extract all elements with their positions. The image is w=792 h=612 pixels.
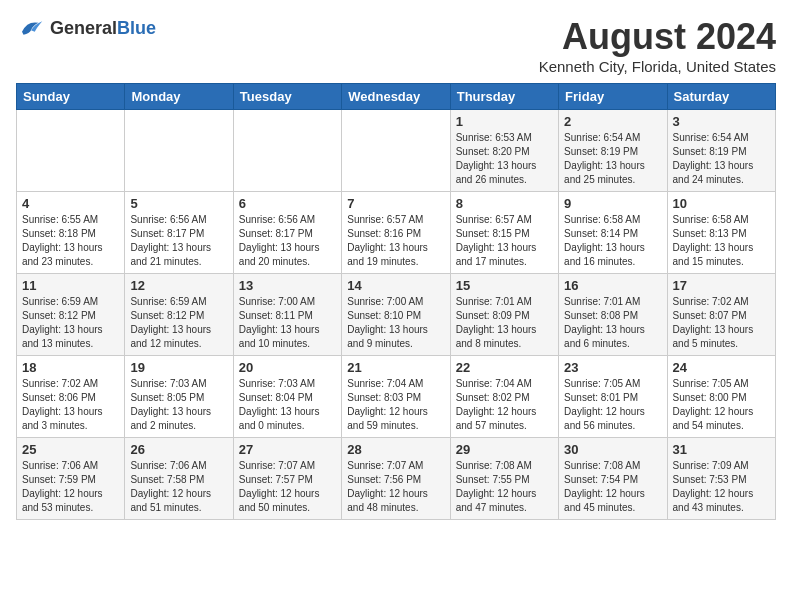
day-info: Sunrise: 7:00 AMSunset: 8:10 PMDaylight:…: [347, 295, 444, 351]
calendar-cell: 5Sunrise: 6:56 AMSunset: 8:17 PMDaylight…: [125, 192, 233, 274]
day-number: 11: [22, 278, 119, 293]
calendar-cell: [125, 110, 233, 192]
calendar-cell: 8Sunrise: 6:57 AMSunset: 8:15 PMDaylight…: [450, 192, 558, 274]
logo-blue: Blue: [117, 18, 156, 38]
day-number: 10: [673, 196, 770, 211]
day-number: 27: [239, 442, 336, 457]
calendar-cell: 9Sunrise: 6:58 AMSunset: 8:14 PMDaylight…: [559, 192, 667, 274]
logo-general: General: [50, 18, 117, 38]
calendar-cell: 12Sunrise: 6:59 AMSunset: 8:12 PMDayligh…: [125, 274, 233, 356]
day-number: 1: [456, 114, 553, 129]
day-number: 17: [673, 278, 770, 293]
calendar-cell: 18Sunrise: 7:02 AMSunset: 8:06 PMDayligh…: [17, 356, 125, 438]
day-number: 30: [564, 442, 661, 457]
day-number: 15: [456, 278, 553, 293]
day-info: Sunrise: 7:07 AMSunset: 7:57 PMDaylight:…: [239, 459, 336, 515]
day-info: Sunrise: 7:06 AMSunset: 7:59 PMDaylight:…: [22, 459, 119, 515]
day-number: 26: [130, 442, 227, 457]
day-info: Sunrise: 7:05 AMSunset: 8:01 PMDaylight:…: [564, 377, 661, 433]
day-number: 25: [22, 442, 119, 457]
day-number: 2: [564, 114, 661, 129]
day-number: 21: [347, 360, 444, 375]
day-number: 29: [456, 442, 553, 457]
logo: GeneralBlue: [16, 16, 156, 40]
calendar-cell: 2Sunrise: 6:54 AMSunset: 8:19 PMDaylight…: [559, 110, 667, 192]
day-info: Sunrise: 7:01 AMSunset: 8:09 PMDaylight:…: [456, 295, 553, 351]
calendar-cell: 28Sunrise: 7:07 AMSunset: 7:56 PMDayligh…: [342, 438, 450, 520]
day-number: 14: [347, 278, 444, 293]
day-info: Sunrise: 6:54 AMSunset: 8:19 PMDaylight:…: [564, 131, 661, 187]
day-info: Sunrise: 6:55 AMSunset: 8:18 PMDaylight:…: [22, 213, 119, 269]
day-info: Sunrise: 7:02 AMSunset: 8:07 PMDaylight:…: [673, 295, 770, 351]
calendar-cell: 31Sunrise: 7:09 AMSunset: 7:53 PMDayligh…: [667, 438, 775, 520]
calendar-cell: 4Sunrise: 6:55 AMSunset: 8:18 PMDaylight…: [17, 192, 125, 274]
calendar-week-row: 1Sunrise: 6:53 AMSunset: 8:20 PMDaylight…: [17, 110, 776, 192]
calendar-cell: 21Sunrise: 7:04 AMSunset: 8:03 PMDayligh…: [342, 356, 450, 438]
calendar-cell: 23Sunrise: 7:05 AMSunset: 8:01 PMDayligh…: [559, 356, 667, 438]
day-info: Sunrise: 6:59 AMSunset: 8:12 PMDaylight:…: [22, 295, 119, 351]
day-number: 13: [239, 278, 336, 293]
day-number: 4: [22, 196, 119, 211]
calendar-cell: 29Sunrise: 7:08 AMSunset: 7:55 PMDayligh…: [450, 438, 558, 520]
calendar-week-row: 4Sunrise: 6:55 AMSunset: 8:18 PMDaylight…: [17, 192, 776, 274]
day-number: 3: [673, 114, 770, 129]
calendar-week-row: 11Sunrise: 6:59 AMSunset: 8:12 PMDayligh…: [17, 274, 776, 356]
calendar-cell: 1Sunrise: 6:53 AMSunset: 8:20 PMDaylight…: [450, 110, 558, 192]
calendar-cell: 6Sunrise: 6:56 AMSunset: 8:17 PMDaylight…: [233, 192, 341, 274]
day-number: 7: [347, 196, 444, 211]
day-info: Sunrise: 6:58 AMSunset: 8:14 PMDaylight:…: [564, 213, 661, 269]
calendar-cell: 10Sunrise: 6:58 AMSunset: 8:13 PMDayligh…: [667, 192, 775, 274]
day-info: Sunrise: 6:58 AMSunset: 8:13 PMDaylight:…: [673, 213, 770, 269]
calendar-cell: 27Sunrise: 7:07 AMSunset: 7:57 PMDayligh…: [233, 438, 341, 520]
month-year-title: August 2024: [539, 16, 776, 58]
day-number: 5: [130, 196, 227, 211]
calendar-cell: [17, 110, 125, 192]
weekday-header-saturday: Saturday: [667, 84, 775, 110]
weekday-header-wednesday: Wednesday: [342, 84, 450, 110]
weekday-header-sunday: Sunday: [17, 84, 125, 110]
weekday-header-tuesday: Tuesday: [233, 84, 341, 110]
day-info: Sunrise: 7:07 AMSunset: 7:56 PMDaylight:…: [347, 459, 444, 515]
day-number: 8: [456, 196, 553, 211]
day-info: Sunrise: 7:03 AMSunset: 8:04 PMDaylight:…: [239, 377, 336, 433]
calendar-cell: 14Sunrise: 7:00 AMSunset: 8:10 PMDayligh…: [342, 274, 450, 356]
calendar-cell: 19Sunrise: 7:03 AMSunset: 8:05 PMDayligh…: [125, 356, 233, 438]
day-number: 6: [239, 196, 336, 211]
weekday-header-friday: Friday: [559, 84, 667, 110]
calendar-cell: [233, 110, 341, 192]
day-info: Sunrise: 6:57 AMSunset: 8:15 PMDaylight:…: [456, 213, 553, 269]
day-number: 28: [347, 442, 444, 457]
day-info: Sunrise: 7:08 AMSunset: 7:55 PMDaylight:…: [456, 459, 553, 515]
calendar-cell: 17Sunrise: 7:02 AMSunset: 8:07 PMDayligh…: [667, 274, 775, 356]
logo-icon: [16, 16, 46, 40]
day-number: 31: [673, 442, 770, 457]
day-number: 12: [130, 278, 227, 293]
calendar-cell: 11Sunrise: 6:59 AMSunset: 8:12 PMDayligh…: [17, 274, 125, 356]
calendar-cell: 13Sunrise: 7:00 AMSunset: 8:11 PMDayligh…: [233, 274, 341, 356]
calendar-cell: 24Sunrise: 7:05 AMSunset: 8:00 PMDayligh…: [667, 356, 775, 438]
calendar-table: SundayMondayTuesdayWednesdayThursdayFrid…: [16, 83, 776, 520]
day-info: Sunrise: 7:03 AMSunset: 8:05 PMDaylight:…: [130, 377, 227, 433]
calendar-cell: 20Sunrise: 7:03 AMSunset: 8:04 PMDayligh…: [233, 356, 341, 438]
day-number: 24: [673, 360, 770, 375]
day-info: Sunrise: 7:06 AMSunset: 7:58 PMDaylight:…: [130, 459, 227, 515]
calendar-cell: 7Sunrise: 6:57 AMSunset: 8:16 PMDaylight…: [342, 192, 450, 274]
day-info: Sunrise: 7:09 AMSunset: 7:53 PMDaylight:…: [673, 459, 770, 515]
day-number: 20: [239, 360, 336, 375]
day-number: 18: [22, 360, 119, 375]
day-number: 19: [130, 360, 227, 375]
day-info: Sunrise: 6:53 AMSunset: 8:20 PMDaylight:…: [456, 131, 553, 187]
day-number: 16: [564, 278, 661, 293]
calendar-cell: 25Sunrise: 7:06 AMSunset: 7:59 PMDayligh…: [17, 438, 125, 520]
day-number: 22: [456, 360, 553, 375]
title-area: August 2024 Kenneth City, Florida, Unite…: [539, 16, 776, 75]
day-number: 23: [564, 360, 661, 375]
weekday-header-monday: Monday: [125, 84, 233, 110]
day-info: Sunrise: 6:54 AMSunset: 8:19 PMDaylight:…: [673, 131, 770, 187]
calendar-header-row: SundayMondayTuesdayWednesdayThursdayFrid…: [17, 84, 776, 110]
calendar-week-row: 18Sunrise: 7:02 AMSunset: 8:06 PMDayligh…: [17, 356, 776, 438]
day-info: Sunrise: 6:57 AMSunset: 8:16 PMDaylight:…: [347, 213, 444, 269]
calendar-week-row: 25Sunrise: 7:06 AMSunset: 7:59 PMDayligh…: [17, 438, 776, 520]
day-info: Sunrise: 6:59 AMSunset: 8:12 PMDaylight:…: [130, 295, 227, 351]
page-header: GeneralBlue August 2024 Kenneth City, Fl…: [16, 16, 776, 75]
